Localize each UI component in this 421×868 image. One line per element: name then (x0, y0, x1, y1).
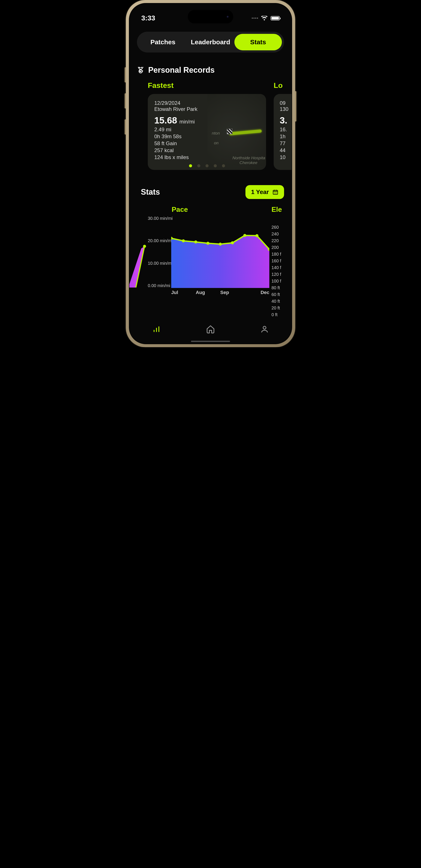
pace-chart[interactable]: Pace 30.00 min/mi 20.00 min/mi 10.00 min… (148, 206, 269, 318)
nav-stats-button[interactable] (151, 324, 161, 334)
date-range-button[interactable]: 1 Year (245, 185, 284, 199)
svg-point-9 (206, 242, 209, 245)
medal-icon (137, 66, 144, 74)
chart-area (171, 216, 269, 288)
screen: 3:33 Patches Leaderboard Stats Personal … (129, 3, 292, 344)
user-icon (260, 325, 269, 334)
home-icon (206, 324, 215, 334)
records-carousel[interactable]: Fastest nton on Northside Hospita Cherok… (148, 81, 284, 170)
svg-point-12 (243, 234, 246, 237)
svg-point-15 (263, 327, 266, 329)
dot-icon[interactable] (206, 164, 209, 167)
device-frame: 3:33 Patches Leaderboard Stats Personal … (126, 0, 295, 347)
route-line-icon (229, 129, 262, 135)
elev-y-axis: 260 240 220 200 180 f 160 f 140 f 120 f … (271, 224, 289, 318)
record-card-fastest[interactable]: Fastest nton on Northside Hospita Cherok… (148, 81, 266, 170)
tab-patches[interactable]: Patches (139, 34, 187, 50)
battery-icon (271, 16, 280, 21)
chart-title-next: Ele (271, 206, 289, 214)
svg-point-8 (194, 241, 197, 244)
dot-icon[interactable] (222, 164, 225, 167)
record-headline-value: 15.68 (154, 115, 177, 125)
nav-home-button[interactable] (206, 324, 215, 334)
dynamic-island (188, 10, 233, 24)
svg-point-4 (143, 245, 146, 248)
y-axis: 30.00 min/mi 20.00 min/mi 10.00 min/mi 0… (148, 216, 173, 288)
chart-title: Pace (172, 206, 269, 214)
stats-section-header: Stats 1 Year (137, 185, 284, 199)
charts-carousel[interactable]: Pace 30.00 min/mi 20.00 min/mi 10.00 min… (129, 206, 284, 318)
bottom-nav (129, 319, 292, 339)
records-section-header: Personal Records (137, 65, 284, 75)
cellular-dots-icon (252, 18, 258, 19)
checkered-flag-icon (227, 129, 233, 134)
range-label: 1 Year (251, 189, 269, 195)
tab-leaderboard[interactable]: Leaderboard (187, 34, 234, 50)
x-axis: Jul Aug Sep Dec (171, 290, 269, 295)
svg-point-10 (219, 243, 222, 246)
wifi-icon (261, 16, 268, 21)
status-indicators (252, 16, 280, 21)
content: Patches Leaderboard Stats Personal Recor… (129, 27, 292, 344)
svg-point-13 (255, 234, 259, 237)
tab-stats[interactable]: Stats (234, 34, 282, 50)
nav-profile-button[interactable] (260, 324, 270, 334)
home-indicator[interactable] (191, 341, 230, 342)
bars-icon (152, 325, 160, 333)
records-title: Personal Records (148, 65, 215, 75)
record-card-peek[interactable]: Lo 09 130 3. 16. 1h 77 44 10 (274, 81, 292, 170)
dot-icon[interactable] (214, 164, 217, 167)
segmented-tabs: Patches Leaderboard Stats (137, 32, 284, 53)
calendar-icon (272, 189, 278, 195)
stats-title: Stats (141, 187, 160, 196)
status-time: 3:33 (141, 14, 155, 22)
chart-peek-prev (129, 206, 148, 301)
record-headline-unit: min/mi (179, 119, 195, 125)
chart-peek-next: Ele 260 240 220 200 180 f 160 f 140 f 12… (269, 206, 289, 318)
record-title: Lo (274, 81, 292, 90)
record-title: Fastest (148, 81, 266, 90)
record-map-thumbnail: nton on Northside Hospita Cherokee (207, 94, 266, 170)
dot-icon[interactable] (189, 164, 192, 167)
svg-point-11 (231, 241, 234, 244)
carousel-dots (189, 164, 225, 167)
dot-icon[interactable] (197, 164, 200, 167)
svg-point-7 (182, 239, 185, 242)
